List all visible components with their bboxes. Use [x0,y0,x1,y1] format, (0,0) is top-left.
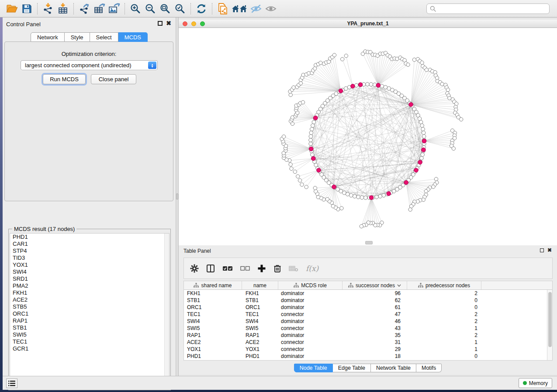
mcds-result-item[interactable]: RAP1 [10,317,169,324]
search-input[interactable] [438,6,549,12]
show-panels-button[interactable] [6,378,17,388]
float-panel-icon[interactable] [540,248,544,252]
table-cell: YOX1 [184,346,242,353]
table-cell: RAP1 [242,332,278,339]
mcds-result-item[interactable]: ACE2 [10,296,169,303]
tab-node-table[interactable]: Node Table [294,364,333,372]
tab-select[interactable]: Select [90,32,118,42]
table-row[interactable]: SWI5SWI5connector431 [184,325,552,332]
mcds-result-item[interactable]: CAR1 [10,241,169,248]
delete-column-icon[interactable] [273,264,281,273]
mcds-result-item[interactable]: STB5 [10,303,169,310]
export-network-icon[interactable] [77,2,92,15]
table-cell: connector [278,346,343,353]
table-row[interactable]: YOX1YOX1connector291 [184,346,552,353]
zoom-in-icon[interactable] [128,2,143,15]
table-cell: RAP1 [184,332,242,339]
table-cell: 61 [343,304,407,311]
column-header-predecessor-nodes[interactable]: predecessor nodes [407,281,481,289]
export-image-icon[interactable] [107,2,121,15]
mcds-result-item[interactable]: FKH1 [10,289,169,296]
mcds-result-item[interactable]: SWI4 [10,268,169,275]
zoom-fit-icon[interactable] [158,2,173,15]
mcds-result-item[interactable]: STP4 [10,248,169,254]
deselect-all-icon[interactable] [240,266,250,271]
mcds-result-item[interactable]: TID3 [10,254,169,261]
table-row[interactable]: ACE2ACE2connector311 [184,339,552,346]
close-panel-icon[interactable]: ✖ [166,21,171,26]
scrollbar-thumb[interactable] [548,292,552,347]
table-row[interactable]: FKH1FKH1dominator962 [184,290,552,297]
apply-layout-icon[interactable] [194,2,209,15]
import-table-icon[interactable] [55,2,70,15]
close-panel-icon[interactable]: ✖ [547,248,552,253]
duplicate-network-icon[interactable] [215,2,230,15]
mcds-result-item[interactable]: PMA2 [10,282,169,289]
save-session-icon[interactable] [19,2,34,15]
table-row[interactable]: STB1STB1dominator620 [184,297,552,304]
mcds-result-item[interactable]: PHD1 [10,234,169,241]
mcds-result-item[interactable]: STB1 [10,324,169,331]
hide-selected-icon[interactable] [249,2,263,15]
import-network-icon[interactable] [41,2,55,15]
settings-icon[interactable] [190,264,199,273]
select-all-icon[interactable] [222,265,233,272]
show-all-icon[interactable] [263,2,278,15]
column-header-name[interactable]: name [242,281,278,289]
table-cell: ACE2 [184,339,242,346]
first-neighbors-icon[interactable] [230,2,249,15]
table-scrollbar[interactable] [547,290,552,360]
mcds-result-item[interactable]: SWI5 [10,331,169,338]
toolbar-separator [125,3,125,14]
memory-button[interactable]: Memory [519,378,552,388]
column-header-shared-name[interactable]: shared name [184,281,242,289]
tab-mcds[interactable]: MCDS [118,32,148,42]
table-toolbar: f(x) [183,258,553,279]
vertical-splitter[interactable] [176,17,179,376]
table-cell: dominator [278,332,343,339]
export-table-icon[interactable] [92,2,107,15]
zoom-selected-icon[interactable] [173,2,187,15]
table-row[interactable]: SWI4SWI4dominator462 [184,318,552,325]
run-mcds-button[interactable]: Run MCDS [43,74,86,84]
table-panel: Table Panel ✖ f(x) [179,245,557,375]
splitter-handle[interactable] [176,193,178,199]
open-session-icon[interactable] [4,2,19,15]
search-field[interactable] [426,3,550,14]
float-panel-icon[interactable] [158,21,163,26]
table-cell: 1 [407,325,481,332]
tab-network[interactable]: Network [31,32,65,42]
close-panel-button[interactable]: Close panel [91,74,136,84]
toolbar-separator [212,3,212,14]
mcds-result-list[interactable]: PHD1CAR1STP4TID3YOX1SWI4SRD1PMA2FKH1ACE2… [10,233,170,389]
network-window-titlebar[interactable]: YPA_prune.txt_1 [179,20,557,28]
tab-edge-table[interactable]: Edge Table [333,364,371,372]
table-cell: STB1 [184,297,242,304]
network-canvas[interactable] [179,28,557,245]
table-cell: STB1 [242,297,278,304]
mcds-result-item[interactable]: ORC1 [10,310,169,317]
tab-network-table[interactable]: Network Table [371,364,416,372]
table-row[interactable]: TEC1TEC1connector472 [184,311,552,318]
tab-style[interactable]: Style [65,32,90,42]
horizontal-splitter-handle[interactable] [365,241,373,244]
mcds-result-item[interactable]: YOX1 [10,261,169,268]
zoom-out-icon[interactable] [143,2,158,15]
column-header-mcds-role[interactable]: MCDS role [278,281,343,289]
table-row[interactable]: PHD1PHD1dominator180 [184,353,552,360]
mcds-result-item[interactable]: GCR1 [10,345,169,352]
table-row[interactable]: RAP1RAP1dominator352 [184,332,552,339]
tab-motifs[interactable]: Motifs [416,364,442,372]
table-row[interactable]: ORC1ORC1dominator610 [184,304,552,311]
mcds-result-item[interactable]: TEC1 [10,338,169,345]
criterion-select[interactable]: largest connected component (undirected)… [21,60,158,70]
table-cell: SWI5 [242,325,278,332]
columns-icon[interactable] [206,264,215,273]
add-column-icon[interactable] [257,264,266,273]
mcds-result-item[interactable]: SRD1 [10,275,169,282]
select-stepper-icon: ▲▼ [148,62,156,69]
list-scrollbar[interactable] [164,234,169,389]
column-header-successor-nodes[interactable]: successor nodes [343,281,407,289]
table-cell: 43 [343,325,407,332]
memory-status-icon [523,381,527,385]
